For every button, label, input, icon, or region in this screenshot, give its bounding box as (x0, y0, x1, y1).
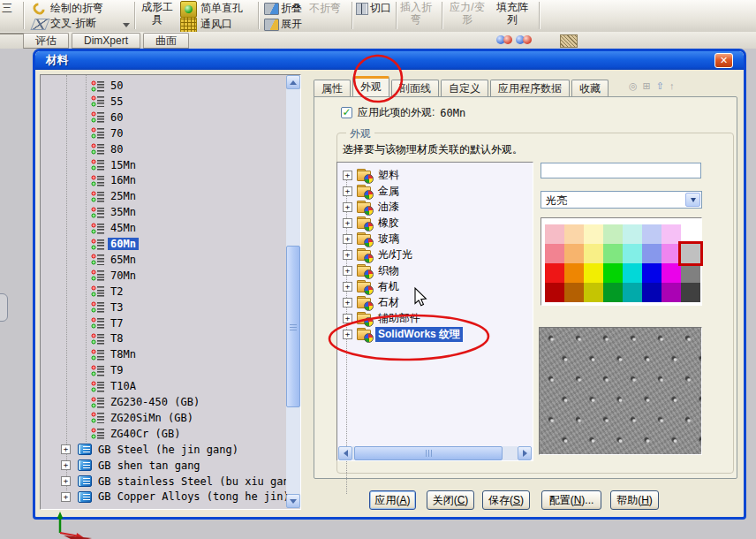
swatch-r0c2[interactable] (584, 224, 603, 244)
material-item[interactable]: 60Mn (41, 237, 284, 252)
material-item[interactable]: 70 (41, 125, 284, 140)
appearance-category[interactable]: +SolidWorks 纹理 (343, 327, 524, 342)
material-category[interactable]: +GB Copper Alloys (tong he jin) (41, 490, 284, 505)
appearance-category[interactable]: +辅助部件 (343, 311, 524, 326)
scroll-up-button[interactable] (286, 75, 300, 89)
expand-icon[interactable]: + (343, 171, 352, 180)
expand-icon[interactable]: + (343, 314, 352, 323)
appearance-category[interactable]: +金属 (343, 184, 524, 199)
sketched-bend-button[interactable]: 绘制的折弯 (50, 3, 103, 14)
material-item[interactable]: 15Mn (41, 157, 284, 172)
swatch-r0c4[interactable] (623, 224, 642, 244)
vent-button[interactable]: 通风口 (200, 19, 232, 30)
swatch-r2c7[interactable] (681, 263, 700, 283)
appearance-category[interactable]: +织物 (343, 263, 524, 278)
forming-tool-button[interactable]: 成形工 (138, 2, 177, 13)
material-item[interactable]: T8 (41, 331, 284, 346)
material-item[interactable]: T10A (41, 379, 284, 394)
material-item[interactable]: ZG40Cr (GB) (41, 426, 284, 441)
material-category[interactable]: +GB shen tan gang (41, 458, 284, 473)
swatch-r1c2[interactable] (584, 244, 603, 263)
expand-icon[interactable]: + (343, 298, 352, 307)
expand-icon[interactable]: + (343, 282, 352, 292)
expand-icon[interactable]: + (61, 476, 71, 486)
swatch-r2c2[interactable] (584, 263, 603, 283)
appearance-category[interactable]: +玻璃 (343, 232, 524, 247)
swatch-r0c5[interactable] (642, 224, 662, 244)
tab-剖面线[interactable]: 剖面线 (391, 80, 439, 97)
material-item[interactable]: T7 (41, 315, 284, 330)
forming-tool-button-line2[interactable]: 具 (138, 14, 177, 26)
expand-icon[interactable]: + (343, 330, 352, 339)
cross-break-button[interactable]: 交叉-折断 (50, 18, 96, 29)
apply-appearance-checkbox[interactable]: ✓ (341, 107, 352, 118)
expand-icon[interactable]: + (343, 218, 352, 228)
swatch-r3c4[interactable] (623, 283, 642, 302)
material-category[interactable]: +GB stainless Steel (bu xiu gang) (41, 474, 284, 489)
expand-icon[interactable]: + (343, 266, 352, 276)
swatch-r3c6[interactable] (662, 283, 681, 302)
hatch-pencil-icon[interactable] (560, 34, 578, 48)
appearance-category[interactable]: +橡胶 (343, 216, 524, 231)
toolbar-flyout-caret-icon[interactable] (123, 23, 130, 31)
swatch-r3c7[interactable] (681, 283, 700, 302)
swatch-r3c5[interactable] (642, 283, 662, 302)
scrollbar-thumb[interactable] (354, 446, 503, 460)
finish-dropdown[interactable]: 光亮 (541, 191, 702, 209)
view-orientation-icon[interactable] (516, 34, 533, 45)
swatch-r1c4[interactable] (623, 244, 642, 263)
rip-button[interactable]: 切口 (370, 3, 391, 14)
scroll-left-button[interactable] (338, 446, 352, 460)
swatch-r1c1[interactable] (564, 244, 584, 263)
swatch-r2c5[interactable] (642, 263, 662, 283)
simple-hole-button[interactable]: 简单直孔 (200, 3, 243, 14)
appearance-category[interactable]: +石材 (343, 295, 524, 310)
tab-应用程序数据[interactable]: 应用程序数据 (490, 80, 570, 97)
material-item[interactable]: 55 (41, 94, 284, 109)
tab-自定义[interactable]: 自定义 (441, 80, 488, 97)
swatch-r1c3[interactable] (603, 244, 623, 263)
material-item[interactable]: 70Mn (41, 268, 284, 283)
tab-属性[interactable]: 属性 (314, 80, 351, 97)
material-item[interactable]: 25Mn (41, 189, 284, 204)
material-item[interactable]: ZG20SiMn (GB) (41, 410, 284, 425)
scrollbar-thumb[interactable] (286, 246, 300, 407)
appearance-category[interactable]: +光/灯光 (343, 247, 524, 262)
expand-icon[interactable]: + (343, 234, 352, 244)
swatch-r0c6[interactable] (662, 224, 681, 244)
expand-icon[interactable]: + (343, 202, 352, 212)
material-item[interactable]: 80 (41, 141, 284, 156)
appearance-category[interactable]: +油漆 (343, 200, 524, 215)
swatch-r2c1[interactable] (564, 263, 584, 283)
button-保存(S)[interactable]: 保存(S) (482, 490, 530, 510)
swatch-r1c5[interactable] (642, 244, 662, 263)
appearance-category[interactable]: +塑料 (343, 168, 524, 183)
swatch-r2c3[interactable] (603, 263, 623, 283)
expand-icon[interactable]: + (61, 492, 71, 502)
material-item[interactable]: ZG230-450 (GB) (41, 395, 284, 410)
material-category[interactable]: +GB Steel (he jin gang) (41, 442, 284, 457)
material-item[interactable]: 50 (41, 79, 284, 94)
fold-button[interactable]: 折叠 (281, 3, 302, 14)
button-配置(N)...[interactable]: 配置(N)... (541, 490, 601, 510)
expand-icon[interactable]: + (343, 250, 352, 260)
swatch-r3c0[interactable] (545, 283, 564, 302)
appearance-category[interactable]: +有机 (343, 279, 524, 294)
material-item[interactable]: T3 (41, 300, 284, 315)
expand-icon[interactable]: + (61, 444, 71, 454)
swatch-r1c0[interactable] (545, 244, 564, 263)
swatch-r0c1[interactable] (564, 224, 584, 244)
swatch-r3c1[interactable] (564, 283, 584, 302)
material-item[interactable]: 60 (41, 110, 284, 125)
swatch-r2c0[interactable] (545, 263, 564, 283)
material-item[interactable]: 45Mn (41, 221, 284, 236)
button-帮助(H)[interactable]: 帮助(H) (610, 490, 659, 510)
button-关闭(C)[interactable]: 关闭(C) (427, 490, 474, 510)
swatch-r2c6[interactable] (662, 263, 681, 283)
expand-icon[interactable]: + (343, 186, 352, 196)
chevron-down-icon[interactable] (685, 193, 700, 207)
color-name-input[interactable] (541, 163, 701, 178)
command-tab-2[interactable]: DimXpert (72, 33, 140, 49)
swatch-r1c6[interactable] (662, 244, 681, 263)
swatch-r0c7[interactable] (681, 224, 700, 244)
